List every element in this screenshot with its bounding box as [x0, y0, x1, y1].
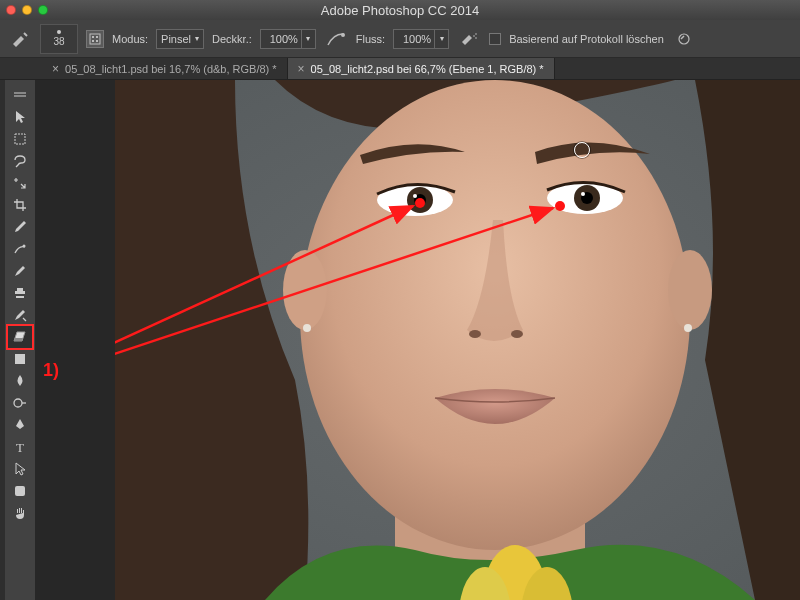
window-zoom[interactable] — [38, 5, 48, 15]
tab-label: 05_08_licht2.psd bei 66,7% (Ebene 1, RGB… — [311, 63, 544, 75]
svg-point-7 — [475, 33, 477, 35]
svg-rect-0 — [90, 34, 100, 44]
workspace: T — [0, 80, 800, 600]
svg-rect-14 — [15, 354, 25, 364]
clone-stamp-tool[interactable] — [8, 282, 32, 304]
svg-rect-4 — [96, 40, 98, 42]
hand-tool[interactable] — [8, 502, 32, 524]
brush-size-readout: 38 — [53, 36, 64, 47]
erase-history-label: Basierend auf Protokoll löschen — [509, 33, 664, 45]
move-tool[interactable] — [8, 106, 32, 128]
svg-point-13 — [23, 245, 26, 248]
svg-point-41 — [555, 201, 565, 211]
canvas[interactable] — [115, 80, 800, 600]
brush-panel-toggle[interactable] — [86, 30, 104, 48]
svg-point-22 — [283, 250, 327, 330]
app-title: Adobe Photoshop CC 2014 — [0, 3, 800, 18]
dodge-tool[interactable] — [8, 392, 32, 414]
crop-tool[interactable] — [8, 194, 32, 216]
svg-point-16 — [14, 399, 22, 407]
flow-label: Fluss: — [356, 33, 385, 45]
svg-point-23 — [668, 250, 712, 330]
shape-tool[interactable] — [8, 480, 32, 502]
type-tool[interactable]: T — [8, 436, 32, 458]
svg-point-40 — [415, 198, 425, 208]
flow-dropdown[interactable]: ▾ — [435, 29, 449, 49]
brush-tool[interactable] — [8, 260, 32, 282]
svg-point-33 — [581, 192, 585, 196]
svg-point-30 — [413, 194, 417, 198]
opacity-dropdown[interactable]: ▾ — [302, 29, 316, 49]
tab-doc-1[interactable]: × 05_08_licht1.psd bei 16,7% (d&b, RGB/8… — [42, 58, 288, 79]
airbrush-icon[interactable] — [457, 27, 481, 51]
close-icon[interactable]: × — [298, 62, 305, 76]
healing-brush-tool[interactable] — [8, 238, 32, 260]
path-select-tool[interactable] — [8, 458, 32, 480]
document-image — [115, 80, 800, 600]
svg-point-5 — [341, 33, 345, 37]
svg-point-24 — [303, 324, 311, 332]
svg-text:T: T — [16, 440, 24, 454]
canvas-gutter — [35, 80, 115, 600]
svg-point-34 — [469, 330, 481, 338]
title-bar: Adobe Photoshop CC 2014 — [0, 0, 800, 20]
mode-select[interactable]: Pinsel▾ — [156, 29, 204, 49]
svg-point-9 — [679, 34, 689, 44]
document-tab-bar: × 05_08_licht1.psd bei 16,7% (d&b, RGB/8… — [0, 58, 800, 80]
svg-rect-3 — [92, 40, 94, 42]
svg-rect-1 — [92, 36, 94, 38]
history-brush-tool[interactable] — [8, 304, 32, 326]
svg-rect-18 — [15, 486, 25, 496]
tool-preset-icon[interactable] — [8, 27, 32, 51]
options-bar: 38 Modus: Pinsel▾ Deckkr.: 100% ▾ Fluss:… — [0, 20, 800, 58]
annotation-label: 1) — [43, 360, 59, 381]
svg-rect-11 — [14, 95, 26, 97]
eyedropper-tool[interactable] — [8, 216, 32, 238]
svg-point-6 — [473, 35, 475, 37]
tab-doc-2[interactable]: × 05_08_licht2.psd bei 66,7% (Ebene 1, R… — [288, 58, 555, 79]
mode-label: Modus: — [112, 33, 148, 45]
flow-input[interactable]: 100% — [393, 29, 435, 49]
tab-label: 05_08_licht1.psd bei 16,7% (d&b, RGB/8) … — [65, 63, 277, 75]
pen-tool[interactable] — [8, 414, 32, 436]
window-close[interactable] — [6, 5, 16, 15]
tool-palette: T — [5, 80, 35, 600]
window-minimize[interactable] — [22, 5, 32, 15]
svg-rect-12 — [15, 134, 25, 144]
svg-point-8 — [475, 37, 477, 39]
gradient-tool[interactable] — [8, 348, 32, 370]
brush-cursor — [574, 142, 590, 158]
quick-select-tool[interactable] — [8, 172, 32, 194]
svg-point-35 — [511, 330, 523, 338]
lasso-tool[interactable] — [8, 150, 32, 172]
svg-rect-10 — [14, 92, 26, 94]
brush-preset-picker[interactable]: 38 — [40, 24, 78, 54]
tablet-pressure-icon[interactable] — [672, 27, 696, 51]
opacity-pressure-icon[interactable] — [324, 27, 348, 51]
blur-tool[interactable] — [8, 370, 32, 392]
grip-icon[interactable] — [8, 84, 32, 106]
svg-point-25 — [684, 324, 692, 332]
eraser-tool[interactable] — [8, 326, 32, 348]
close-icon[interactable]: × — [52, 62, 59, 76]
opacity-label: Deckkr.: — [212, 33, 252, 45]
svg-rect-2 — [96, 36, 98, 38]
erase-history-checkbox[interactable] — [489, 33, 501, 45]
marquee-tool[interactable] — [8, 128, 32, 150]
opacity-input[interactable]: 100% — [260, 29, 302, 49]
